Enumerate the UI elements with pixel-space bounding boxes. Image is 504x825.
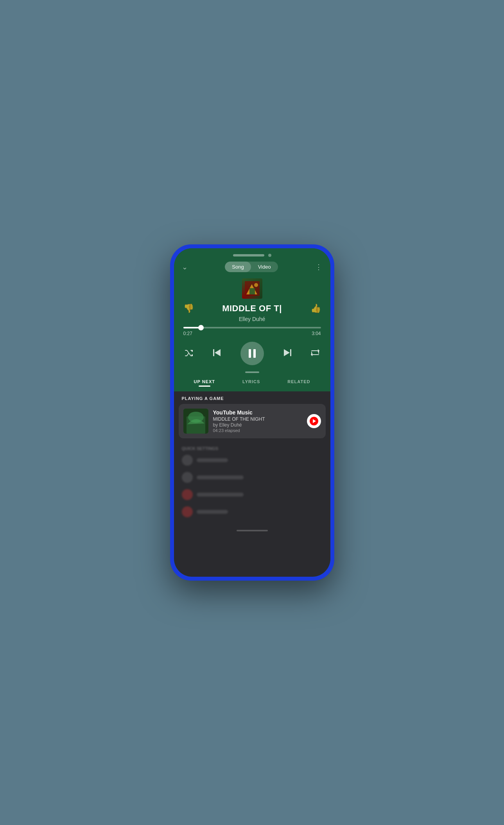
play-triangle bbox=[313, 419, 316, 423]
blurred-dot-3 bbox=[182, 489, 193, 500]
blurred-quick-settings: QUICK SETTINGS bbox=[182, 446, 323, 451]
blurred-dot-1 bbox=[182, 455, 193, 466]
youtube-icon[interactable] bbox=[307, 414, 321, 428]
now-playing-card[interactable]: YouTube Music MIDDLE OF THE NIGHT by Ell… bbox=[179, 404, 326, 438]
album-art-container bbox=[174, 275, 330, 303]
tab-related[interactable]: RELATED bbox=[287, 379, 310, 387]
svg-rect-6 bbox=[249, 349, 251, 358]
phone-frame: ⌄ Song Video ⋮ 👎 bbox=[170, 244, 334, 581]
prev-icon bbox=[213, 349, 221, 357]
svg-marker-9 bbox=[284, 349, 290, 356]
album-art-inner bbox=[242, 278, 262, 299]
card-thumb-svg bbox=[183, 409, 208, 434]
card-elapsed: 04:23 elapsed bbox=[213, 428, 302, 433]
pause-button[interactable] bbox=[240, 342, 264, 365]
blurred-section: QUICK SETTINGS bbox=[174, 441, 330, 528]
tab-video[interactable]: Video bbox=[251, 262, 278, 272]
like-button[interactable]: 👍 bbox=[310, 303, 321, 314]
card-thumb-art bbox=[183, 409, 208, 434]
notch-pill bbox=[233, 254, 264, 256]
notch-dot bbox=[268, 254, 271, 257]
playing-label: PLAYING A GAME bbox=[174, 391, 330, 404]
dark-section: PLAYING A GAME YouTube Musi bbox=[174, 391, 330, 577]
blurred-item-2 bbox=[182, 472, 323, 483]
drag-handle[interactable] bbox=[245, 371, 259, 373]
svg-rect-2 bbox=[249, 288, 255, 294]
card-info: YouTube Music MIDDLE OF THE NIGHT by Ell… bbox=[213, 409, 302, 433]
media-type-tabs: Song Video bbox=[225, 262, 278, 272]
progress-section[interactable]: 0:27 3:04 bbox=[174, 327, 330, 336]
song-title: MIDDLE OF T| bbox=[194, 303, 310, 314]
shuffle-button[interactable] bbox=[185, 349, 194, 358]
album-art-svg bbox=[245, 281, 260, 296]
blurred-bar-1 bbox=[197, 458, 228, 462]
tab-up-next[interactable]: UP NEXT bbox=[194, 379, 215, 387]
card-app-name: YouTube Music bbox=[213, 409, 302, 416]
repeat-icon bbox=[311, 349, 319, 356]
svg-rect-7 bbox=[253, 349, 256, 358]
time-total: 3:04 bbox=[312, 331, 321, 336]
playback-controls bbox=[174, 339, 330, 371]
time-row: 0:27 3:04 bbox=[183, 331, 321, 336]
shuffle-icon bbox=[185, 350, 194, 356]
blurred-bar-3 bbox=[197, 493, 244, 497]
blurred-bar-4 bbox=[197, 510, 228, 514]
song-info-row: 👎 MIDDLE OF T| 👍 bbox=[174, 303, 330, 314]
blurred-item-4 bbox=[182, 506, 323, 517]
progress-bar[interactable] bbox=[183, 327, 321, 328]
tab-song[interactable]: Song bbox=[225, 262, 251, 272]
progress-thumb[interactable] bbox=[198, 325, 204, 330]
blurred-dot-2 bbox=[182, 472, 193, 483]
dislike-button[interactable]: 👎 bbox=[183, 303, 194, 314]
svg-marker-5 bbox=[215, 349, 221, 356]
pause-icon bbox=[248, 349, 256, 358]
blurred-item-3 bbox=[182, 489, 323, 500]
back-icon[interactable]: ⌄ bbox=[182, 263, 188, 271]
blurred-bar-2 bbox=[197, 475, 244, 479]
time-current: 0:27 bbox=[183, 331, 192, 336]
svg-rect-4 bbox=[213, 349, 214, 356]
next-icon bbox=[283, 349, 292, 357]
song-artist: Elley Duhé bbox=[174, 316, 330, 322]
blurred-dot-4 bbox=[182, 506, 193, 517]
youtube-play-button[interactable] bbox=[309, 416, 319, 426]
bottom-tabs: UP NEXT LYRICS RELATED bbox=[174, 375, 330, 390]
top-controls: ⌄ Song Video ⋮ bbox=[174, 260, 330, 275]
blurred-item-1 bbox=[182, 455, 323, 466]
album-art bbox=[242, 278, 262, 299]
previous-button[interactable] bbox=[213, 349, 221, 359]
more-icon[interactable]: ⋮ bbox=[315, 263, 322, 271]
notch-area bbox=[174, 248, 330, 260]
svg-point-3 bbox=[254, 283, 258, 287]
repeat-button[interactable] bbox=[311, 349, 319, 358]
next-button[interactable] bbox=[283, 349, 292, 359]
svg-rect-8 bbox=[290, 349, 291, 356]
scroll-hint bbox=[237, 530, 268, 531]
card-thumbnail bbox=[183, 409, 208, 434]
card-artist: by Elley Duhé bbox=[213, 422, 302, 428]
card-song-title: MIDDLE OF THE NIGHT bbox=[213, 416, 302, 422]
tab-lyrics[interactable]: LYRICS bbox=[242, 379, 260, 387]
phone-screen: ⌄ Song Video ⋮ 👎 bbox=[174, 248, 330, 577]
